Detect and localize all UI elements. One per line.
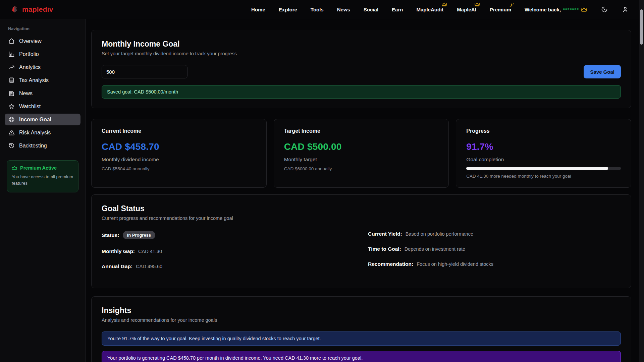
- scrollbar-thumb[interactable]: [640, 9, 643, 45]
- time-to-goal-row: Time to Goal: Depends on investment rate: [368, 246, 621, 252]
- goal-status-left-column: Status: In Progress Monthly Gap: CAD 41.…: [102, 231, 355, 279]
- brand-logo[interactable]: maplediv: [10, 5, 53, 14]
- status-badge: In Progress: [123, 231, 156, 239]
- alert-triangle-icon: [8, 129, 15, 136]
- goal-status-subtitle: Current progress and recommendations for…: [102, 216, 621, 221]
- annual-gap-row: Annual Gap: CAD 495.60: [102, 263, 355, 269]
- stat-note: CAD 41.30 more needed monthly to reach y…: [466, 174, 621, 179]
- crown-icon: [442, 2, 447, 6]
- target-icon: [8, 116, 15, 123]
- nav-explore[interactable]: Explore: [279, 7, 297, 12]
- stats-row: Current Income CAD $458.70 Monthly divid…: [91, 119, 631, 188]
- nav-social[interactable]: Social: [364, 7, 378, 12]
- goal-progress-fill: [466, 167, 608, 170]
- goal-status-right-column: Current Yield: Based on portfolio perfor…: [368, 231, 621, 279]
- crown-icon: [581, 7, 587, 12]
- main-content: Monthly Income Goal Set your target mont…: [86, 19, 644, 362]
- progress-card: Progress 91.7% Goal completion CAD 41.30…: [456, 119, 631, 188]
- welcome-message: Welcome back, *******: [525, 7, 587, 12]
- theme-toggle-moon-icon[interactable]: [601, 6, 608, 13]
- main-nav: Home Explore Tools News Social Earn Mapl…: [251, 7, 587, 12]
- sidebar: Navigation Overview Portfolio Analytics …: [0, 19, 86, 362]
- sidebar-item-tax-analysis[interactable]: Tax Analysis: [5, 74, 80, 86]
- insights-subtitle: Analysis and recommendations for your in…: [102, 317, 621, 323]
- saved-goal-banner: Saved goal: CAD $500.00/month: [102, 85, 621, 99]
- sidebar-item-watchlist[interactable]: Watchlist: [5, 101, 80, 112]
- current-income-card: Current Income CAD $458.70 Monthly divid…: [91, 119, 267, 188]
- goal-status-title: Goal Status: [102, 204, 621, 213]
- star-icon: [8, 103, 15, 110]
- goal-amount-input[interactable]: [102, 65, 187, 78]
- monthly-income-goal-card: Monthly Income Goal Set your target mont…: [91, 30, 631, 108]
- page-title: Monthly Income Goal: [102, 40, 621, 49]
- stat-title: Progress: [466, 128, 621, 134]
- sidebar-section-label: Navigation: [8, 26, 77, 31]
- sidebar-item-overview[interactable]: Overview: [5, 35, 80, 47]
- stat-sub: Monthly target: [284, 157, 439, 163]
- page-subtitle: Set your target monthly dividend income …: [102, 51, 621, 56]
- insights-card: Insights Analysis and recommendations fo…: [91, 296, 631, 362]
- stat-title: Target Income: [284, 128, 439, 134]
- nav-earn[interactable]: Earn: [392, 7, 403, 12]
- maple-leaf-icon: [10, 5, 19, 14]
- nav-mapleaudit[interactable]: MapleAudit: [416, 7, 443, 12]
- sidebar-item-analytics[interactable]: Analytics: [5, 61, 80, 73]
- page-scrollbar[interactable]: [639, 0, 644, 362]
- current-income-value: CAD $458.70: [102, 141, 256, 152]
- stat-title: Current Income: [102, 128, 256, 134]
- crown-icon: [475, 2, 480, 6]
- history-icon: [8, 142, 15, 149]
- target-income-value: CAD $500.00: [284, 141, 439, 152]
- nav-news[interactable]: News: [337, 7, 350, 12]
- bar-chart-icon: [8, 51, 15, 57]
- brand-name: maplediv: [22, 5, 53, 13]
- nav-premium[interactable]: Premium: [490, 7, 511, 12]
- recommendation-row: Recommendation: Focus on high-yield divi…: [368, 261, 621, 267]
- newspaper-icon: [8, 90, 15, 97]
- sidebar-item-portfolio[interactable]: Portfolio: [5, 48, 80, 60]
- insights-title: Insights: [102, 306, 621, 315]
- insight-income-banner: Your portfolio is generating CAD $458.70…: [102, 351, 621, 362]
- target-income-card: Target Income CAD $500.00 Monthly target…: [274, 119, 449, 188]
- home-icon: [8, 38, 15, 44]
- premium-title: Premium Active: [20, 165, 57, 171]
- current-yield-row: Current Yield: Based on portfolio perfor…: [368, 231, 621, 237]
- nav-mapleai[interactable]: MapleAI: [457, 7, 476, 12]
- sidebar-item-income-goal[interactable]: Income Goal: [5, 114, 80, 125]
- masked-username: *******: [563, 7, 579, 12]
- stat-sub: Goal completion: [466, 157, 621, 163]
- goal-status-card: Goal Status Current progress and recomme…: [91, 194, 631, 288]
- stat-note: CAD $6000.00 annually: [284, 166, 439, 171]
- save-goal-button[interactable]: Save Goal: [584, 65, 621, 78]
- monthly-gap-row: Monthly Gap: CAD 41.30: [102, 248, 355, 254]
- progress-percent-value: 91.7%: [466, 141, 621, 152]
- goal-progress-bar: [466, 167, 621, 170]
- sparkles-icon: [509, 2, 515, 8]
- insight-progress-banner: You're 91.7% of the way to your goal. Ke…: [102, 331, 621, 346]
- user-icon[interactable]: [622, 6, 629, 13]
- calculator-icon: [8, 77, 15, 83]
- sidebar-item-news[interactable]: News: [5, 87, 80, 99]
- nav-tools[interactable]: Tools: [311, 7, 324, 12]
- sidebar-item-risk-analysis[interactable]: Risk Analysis: [5, 127, 80, 138]
- nav-home[interactable]: Home: [251, 7, 265, 12]
- stat-note: CAD $5504.40 annually: [102, 166, 256, 171]
- status-row: Status: In Progress: [102, 231, 355, 239]
- premium-description: You have access to all premium features: [12, 174, 73, 187]
- trending-up-icon: [8, 64, 15, 70]
- premium-active-card: Premium Active You have access to all pr…: [7, 160, 78, 192]
- crown-icon: [12, 166, 17, 170]
- sidebar-item-backtesting[interactable]: Backtesting: [5, 140, 80, 152]
- stat-sub: Monthly dividend income: [102, 157, 256, 163]
- top-nav-bar: maplediv Home Explore Tools News Social …: [0, 0, 644, 19]
